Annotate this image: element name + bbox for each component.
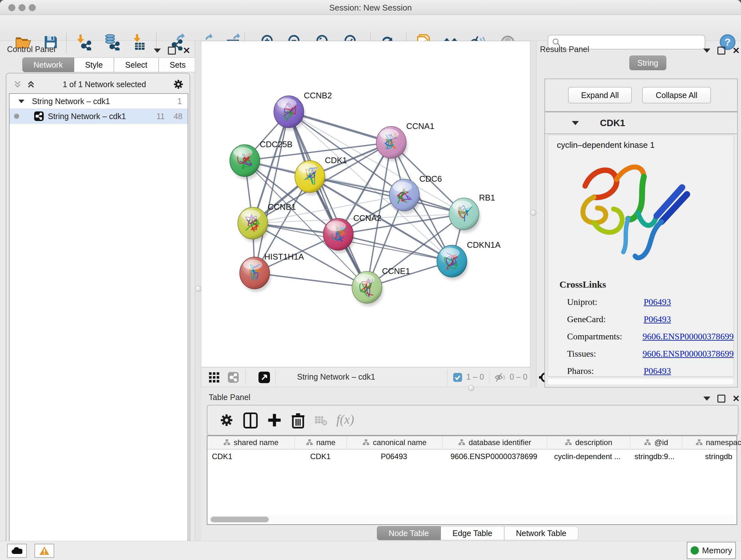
warning-icon	[39, 546, 50, 555]
column-header-shared-name[interactable]: shared name	[207, 436, 295, 449]
control-panel-divider[interactable]	[195, 41, 201, 541]
network-row[interactable]: String Network – cdk1 11 48	[10, 109, 188, 124]
close-panel-icon[interactable]: ✕	[183, 45, 190, 56]
network-options-gear-icon[interactable]	[173, 79, 184, 90]
node-details: cyclin–dependent kinase 1	[548, 135, 734, 377]
table-toolbar: f(x)	[207, 405, 738, 435]
float-panel-icon[interactable]	[168, 47, 176, 55]
divider-grip[interactable]	[530, 210, 536, 216]
crosslink-row: Pharos:P06493	[567, 366, 734, 376]
crosslink-label: Uniprot:	[567, 297, 644, 307]
network-collection-row[interactable]: String Network – cdk1 1	[10, 94, 188, 109]
memory-button[interactable]: Memory	[687, 542, 736, 559]
crosslink-value-link[interactable]: 9606.ENSP00000378699	[643, 349, 734, 359]
float-panel-icon[interactable]	[718, 47, 725, 55]
cloud-icon	[11, 547, 22, 555]
results-hscrollbar[interactable]	[548, 378, 734, 385]
protein-structure-image	[570, 159, 698, 264]
column-header-canonical-name[interactable]: canonical name	[347, 436, 443, 449]
collection-expand-icon[interactable]	[18, 99, 24, 103]
tab-sets[interactable]: Sets	[158, 57, 197, 72]
table-cell: stringdb	[680, 452, 741, 461]
tab-select[interactable]: Select	[114, 57, 158, 72]
table-row[interactable]: CDK1CDK1P064939606.ENSP00000378699cyclin…	[207, 449, 737, 463]
toolbar-separator	[246, 369, 246, 385]
results-panel-divider[interactable]	[530, 41, 536, 388]
grid-view-icon[interactable]	[208, 372, 220, 383]
crosslink-value-link[interactable]: P06493	[644, 366, 671, 376]
create-column-plus-icon[interactable]	[267, 413, 281, 427]
column-type-icon	[696, 439, 703, 446]
tab-network-table[interactable]: Network Table	[504, 526, 578, 540]
column-header-namespace[interactable]: namespace	[682, 436, 741, 449]
close-panel-icon[interactable]: ✕	[732, 45, 740, 56]
network-share-icon	[34, 111, 44, 121]
network-tab-content: 1 of 1 Network selected String Network –…	[6, 73, 190, 560]
table-panel-title: Table Panel	[209, 393, 251, 402]
node-label-CCNA1: CCNA1	[406, 121, 434, 131]
column-header-description[interactable]: description	[547, 436, 630, 449]
hidden-eye-icon[interactable]	[494, 373, 506, 382]
node-label-RB1: RB1	[479, 193, 495, 202]
section-collapse-icon[interactable]	[572, 121, 579, 125]
collapse-all-chevron-icon[interactable]	[13, 79, 22, 89]
table-hscrollbar-thumb[interactable]	[211, 516, 269, 522]
crosslink-value-link[interactable]: 9606.ENSP00000378699	[643, 331, 734, 341]
table-hscrollbar[interactable]	[208, 515, 736, 523]
column-header-database-identifier[interactable]: database identifier	[443, 436, 547, 449]
crosslink-label: Tissues:	[567, 349, 643, 359]
node-label-CCNE1: CCNE1	[382, 266, 410, 276]
node-label-CDK1: CDK1	[325, 155, 347, 165]
column-header-name[interactable]: name	[295, 436, 347, 449]
panel-menu-icon[interactable]	[703, 49, 711, 53]
crosslink-value-link[interactable]: P06493	[644, 314, 671, 324]
node-section-title: CDK1	[600, 118, 625, 128]
network-view-share-icon[interactable]	[227, 372, 239, 383]
tab-network[interactable]: Network	[22, 57, 74, 72]
control-panel-tabs: NetworkStyleSelectSets	[22, 57, 197, 72]
column-type-icon	[565, 439, 572, 446]
crosslink-label: Pharos:	[567, 366, 644, 376]
birds-eye-view-icon[interactable]	[258, 371, 270, 383]
table-tabs: Node TableEdge TableNetwork Table	[377, 526, 578, 540]
node-label-CDKN1A: CDKN1A	[467, 240, 501, 250]
expand-all-button[interactable]: Expand All	[568, 87, 632, 104]
divider-grip[interactable]	[195, 286, 201, 292]
tab-edge-table[interactable]: Edge Table	[441, 526, 504, 540]
status-bar: Memory	[0, 541, 741, 560]
table-panel: Table Panel ✕ f(x)	[203, 390, 741, 541]
node-section-header[interactable]: CDK1	[545, 112, 737, 134]
crosslinks-list: Uniprot:P06493GeneCard:P06493Compartment…	[567, 297, 734, 376]
crosslink-label: Compartments:	[567, 331, 643, 341]
table-cell: stringdb:9...	[629, 452, 680, 461]
column-header-@id[interactable]: @id	[630, 436, 682, 449]
selected-checkbox-icon[interactable]	[453, 373, 462, 382]
node-description: cyclin–dependent kinase 1	[557, 140, 734, 150]
cloud-status-button[interactable]	[7, 544, 27, 558]
table-body: CDK1CDK1P064939606.ENSP00000378699cyclin…	[207, 449, 737, 463]
main-toolbar: ?	[0, 15, 741, 41]
show-columns-icon[interactable]	[243, 413, 258, 428]
results-node-card: CDK1 cyclin–dependent kinase 1	[544, 112, 738, 388]
crosslink-value-link[interactable]: P06493	[644, 297, 671, 307]
delete-table-icon[interactable]	[315, 416, 327, 426]
network-canvas[interactable]: CCNB2CCNA1CDC25BCDK1CDC6RB1CCNB1CCNA2CDK…	[201, 41, 530, 367]
memory-status-dot	[690, 546, 699, 555]
panel-menu-icon[interactable]	[703, 396, 711, 401]
control-panel-header-icons: ✕	[154, 45, 190, 56]
warnings-button[interactable]	[35, 544, 54, 558]
expand-all-chevron-icon[interactable]	[26, 79, 36, 89]
function-builder-icon[interactable]: f(x)	[336, 412, 354, 427]
close-panel-icon[interactable]: ✕	[732, 393, 740, 404]
panel-menu-icon[interactable]	[154, 49, 161, 53]
tab-style[interactable]: Style	[74, 57, 114, 72]
tab-node-table[interactable]: Node Table	[377, 526, 441, 540]
table-gear-icon[interactable]	[219, 413, 233, 427]
title-bar: Session: New Session	[0, 0, 741, 15]
toolbar-separator	[447, 369, 448, 385]
crosslink-row: Uniprot:P06493	[567, 297, 734, 307]
collapse-all-button[interactable]: Collapse All	[642, 87, 711, 104]
tab-string[interactable]: String	[629, 56, 666, 70]
float-panel-icon[interactable]	[718, 395, 725, 402]
delete-column-trash-icon[interactable]	[291, 413, 305, 428]
